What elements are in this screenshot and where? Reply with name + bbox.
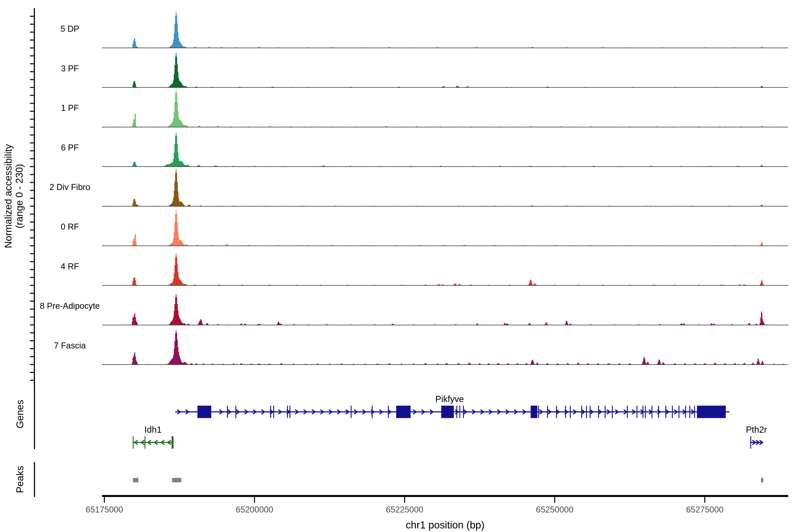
peaks-section-label: Peaks (14, 466, 25, 493)
exon-tick (556, 406, 557, 418)
track-label: 3 PF (61, 64, 79, 73)
x-axis-title: chr1 position (bp) (406, 519, 484, 531)
exon-tick (590, 406, 590, 418)
y-axis-label-line2: (range 0 - 230) (14, 164, 25, 228)
track-label: 8 Pre-Adipocyte (40, 301, 100, 310)
exon-block (172, 436, 174, 449)
exon-tick (605, 406, 606, 418)
exon-tick (679, 406, 679, 418)
exon-tick (133, 436, 134, 449)
exon-tick (235, 406, 236, 418)
exon-tick (145, 436, 146, 449)
x-axis-tick-label: 65175000 (86, 505, 123, 514)
exon-tick (456, 406, 457, 418)
exon-tick (565, 406, 566, 418)
exon-tick (289, 406, 290, 418)
y-axis (30, 8, 35, 384)
x-axis-tick-label: 65250000 (536, 505, 573, 514)
genes-section-label: Genes (14, 400, 25, 429)
exon-tick (351, 406, 352, 418)
exon-block (197, 406, 211, 418)
peaks-track (133, 478, 763, 482)
exon-tick (627, 406, 628, 418)
peak-call (133, 478, 138, 482)
exon-block (697, 406, 726, 418)
exon-tick (665, 406, 666, 418)
track-label: 7 Fascia (54, 341, 86, 350)
exon-tick (672, 406, 673, 418)
track-label: 1 PF (61, 103, 79, 113)
track-label: 4 RF (61, 262, 79, 271)
exon-tick (463, 406, 464, 418)
peak-call (172, 478, 181, 482)
track-label: 5 DP (60, 24, 79, 34)
plot-canvas: 5 DP3 PF1 PF6 PF2 Div Fibro0 RF4 RF8 Pre… (0, 0, 798, 532)
exon-tick (689, 406, 690, 418)
signal-area-5 (102, 169, 788, 206)
peaks-section-bracket (34, 462, 35, 497)
gene-pth2r: Pth2r (746, 425, 767, 449)
signal-tracks: 5 DP3 PF1 PF6 PF2 Div Fibro0 RF4 RF8 Pre… (40, 12, 788, 365)
exon-tick (287, 406, 288, 418)
exon-tick (636, 406, 637, 418)
gene-label: Pth2r (746, 425, 767, 435)
exon-tick (694, 406, 695, 418)
y-axis-line (34, 8, 35, 384)
signal-area-4 (102, 133, 788, 167)
exon-tick (645, 406, 646, 418)
peak-call (761, 478, 763, 482)
exon-tick (685, 406, 686, 418)
signal-area-3 (102, 90, 788, 127)
gene-idh1: Idh1 (133, 425, 174, 449)
exon-block (396, 406, 411, 418)
gene-label: Pikfyve (435, 394, 464, 404)
signal-area-2 (102, 53, 788, 88)
exon-tick (581, 406, 582, 418)
x-axis-tick-label: 65200000 (235, 505, 273, 514)
exon-tick (570, 406, 571, 418)
exon-tick (643, 406, 644, 418)
signal-area-7 (102, 254, 788, 285)
genes-section-bracket (34, 379, 35, 449)
exon-tick (372, 406, 373, 418)
gene-pikfyve: Pikfyve (175, 394, 729, 418)
exon-tick (612, 406, 613, 418)
signal-area-9 (102, 330, 788, 365)
exon-block (441, 406, 454, 418)
signal-area-8 (102, 294, 788, 325)
x-axis-tick-label: 65275000 (686, 505, 723, 514)
track-label: 2 Div Fibro (50, 183, 90, 192)
genes-track: PikfyveIdh1Pth2r (133, 394, 767, 449)
x-axis-tick-label: 65225000 (386, 505, 423, 514)
exon-tick (227, 406, 228, 418)
coverage-plot-figure: 5 DP3 PF1 PF6 PF2 Div Fibro0 RF4 RF8 Pre… (0, 0, 798, 532)
exon-tick (538, 406, 539, 418)
exon-tick (459, 406, 460, 418)
signal-area-6 (102, 210, 788, 246)
exon-tick (388, 406, 389, 418)
exon-tick (270, 406, 271, 418)
track-label: 6 PF (61, 143, 79, 152)
exon-tick (598, 406, 599, 418)
exon-tick (651, 406, 652, 418)
exon-tick (547, 406, 548, 418)
exon-tick (750, 436, 751, 449)
x-axis: 6517500065200000652250006525000065275000 (86, 495, 788, 514)
exon-block (531, 406, 537, 418)
exon-tick (586, 406, 587, 418)
signal-area-1 (102, 12, 788, 48)
exon-tick (273, 406, 274, 418)
x-axis-line (102, 495, 788, 497)
y-axis-label-line1: Normalized accessibility (3, 144, 14, 248)
track-label: 0 RF (61, 222, 79, 231)
gene-label: Idh1 (144, 425, 162, 435)
exon-tick (658, 406, 659, 418)
